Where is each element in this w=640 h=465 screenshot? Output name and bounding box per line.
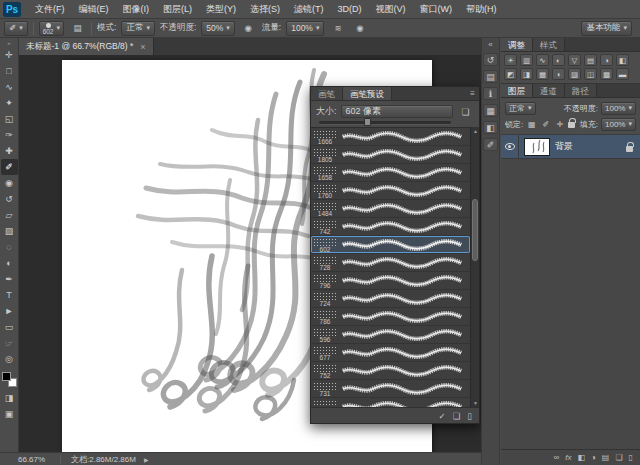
- layer-effects-icon[interactable]: fx: [565, 453, 571, 462]
- marquee-tool[interactable]: □: [1, 63, 18, 79]
- brush-panel-icon[interactable]: ✐: [483, 138, 498, 151]
- layer-fill-dropdown[interactable]: 100% ▾: [601, 118, 636, 131]
- color-swatches[interactable]: [2, 372, 17, 387]
- brush-preset-row[interactable]: 1658: [311, 164, 470, 182]
- expand-panels-icon[interactable]: «: [488, 40, 492, 49]
- delete-brush-icon[interactable]: ▯: [467, 411, 472, 421]
- levels-icon[interactable]: ▥: [520, 54, 533, 66]
- pressure-opacity-icon[interactable]: ◉: [240, 21, 257, 36]
- dodge-tool[interactable]: ◐: [1, 255, 18, 271]
- hand-tool[interactable]: ☞: [1, 335, 18, 351]
- stroke-preview-toggle-icon[interactable]: ✓: [439, 411, 446, 421]
- toggle-brush-panel-icon[interactable]: ▤: [69, 21, 86, 36]
- gradient-map-icon[interactable]: ▩: [600, 68, 613, 80]
- invert-icon[interactable]: ◖: [552, 68, 565, 80]
- layer-blend-mode-dropdown[interactable]: 正常 ▾: [505, 102, 536, 115]
- tab-adjustments[interactable]: 调整: [501, 38, 533, 51]
- brush-list-scrollbar[interactable]: ▲ ▼: [470, 127, 479, 407]
- menu-edit[interactable]: 编辑(E): [72, 0, 116, 19]
- brush-preset-row[interactable]: 596: [311, 326, 470, 344]
- opacity-dropdown[interactable]: 50% ▾: [201, 21, 235, 36]
- move-tool[interactable]: ✛: [1, 47, 18, 63]
- channel-mixer-icon[interactable]: ◨: [520, 68, 533, 80]
- black-white-icon[interactable]: ◧: [616, 54, 629, 66]
- layer-group-icon[interactable]: ▤: [602, 453, 610, 462]
- brush-preset-row[interactable]: 796: [311, 272, 470, 290]
- color-balance-icon[interactable]: ◑: [600, 54, 613, 66]
- color-panel-icon[interactable]: ▦: [483, 104, 498, 117]
- lasso-tool[interactable]: ∿: [1, 79, 18, 95]
- threshold-icon[interactable]: ◫: [584, 68, 597, 80]
- lock-pixels-icon[interactable]: ✐: [540, 118, 551, 130]
- brush-preset-row[interactable]: 677: [311, 344, 470, 362]
- screen-mode-button[interactable]: ▣: [1, 406, 18, 422]
- close-icon[interactable]: ×: [140, 42, 145, 52]
- brush-preset-row[interactable]: 724: [311, 290, 470, 308]
- menu-3d[interactable]: 3D(D): [331, 0, 369, 19]
- menu-help[interactable]: 帮助(H): [459, 0, 504, 19]
- status-options-icon[interactable]: ▶: [144, 456, 149, 463]
- brush-preset-row[interactable]: 742: [311, 218, 470, 236]
- eraser-tool[interactable]: ▱: [1, 207, 18, 223]
- brush-preset-row[interactable]: 752: [311, 362, 470, 380]
- blur-tool[interactable]: ◌: [1, 239, 18, 255]
- path-select-tool[interactable]: ►: [1, 303, 18, 319]
- menu-select[interactable]: 选择(S): [243, 0, 287, 19]
- menu-filter[interactable]: 滤镜(T): [287, 0, 331, 19]
- eyedropper-tool[interactable]: ✑: [1, 127, 18, 143]
- clone-stamp-tool[interactable]: ◉: [1, 175, 18, 191]
- menu-image[interactable]: 图像(I): [116, 0, 157, 19]
- lock-position-icon[interactable]: ✛: [554, 118, 565, 130]
- history-brush-tool[interactable]: ↺: [1, 191, 18, 207]
- menu-view[interactable]: 视图(V): [369, 0, 413, 19]
- tab-channels[interactable]: 通道: [533, 84, 565, 97]
- scroll-up-icon[interactable]: ▲: [471, 128, 480, 134]
- layer-mask-icon[interactable]: ◧: [577, 453, 585, 462]
- color-lookup-icon[interactable]: ▦: [536, 68, 549, 80]
- tab-brush[interactable]: 画笔: [311, 87, 343, 100]
- zoom-tool[interactable]: ◎: [1, 351, 18, 367]
- eye-icon[interactable]: [505, 143, 515, 150]
- menu-file[interactable]: 文件(F): [28, 0, 72, 19]
- delete-layer-icon[interactable]: ▯: [629, 453, 633, 462]
- history-panel-icon[interactable]: ↺: [483, 53, 498, 66]
- foreground-color-swatch[interactable]: [2, 372, 11, 381]
- visibility-cell[interactable]: [501, 135, 519, 159]
- document-tab[interactable]: 未标题-1 @ 66.7%(RGB/8) * ×: [19, 38, 154, 55]
- type-tool[interactable]: T: [1, 287, 18, 303]
- quick-select-tool[interactable]: ✦: [1, 95, 18, 111]
- healing-brush-tool[interactable]: ✚: [1, 143, 18, 159]
- new-from-brush-icon[interactable]: ❏: [457, 104, 474, 119]
- workspace-switcher[interactable]: 基本功能 ▾: [581, 21, 632, 36]
- scroll-down-icon[interactable]: ▼: [471, 400, 480, 406]
- properties-panel-icon[interactable]: ▤: [483, 70, 498, 83]
- vibrance-icon[interactable]: ▽: [568, 54, 581, 66]
- tab-paths[interactable]: 路径: [565, 84, 597, 97]
- posterize-icon[interactable]: ▨: [568, 68, 581, 80]
- menu-type[interactable]: 类型(Y): [199, 0, 243, 19]
- quick-mask-button[interactable]: ◨: [1, 390, 18, 406]
- brush-preset-row[interactable]: 1484: [311, 200, 470, 218]
- tool-preset-picker[interactable]: ✐ ▾: [4, 21, 28, 36]
- curves-icon[interactable]: ∿: [536, 54, 549, 66]
- adjustment-layer-icon[interactable]: ◑: [591, 453, 596, 462]
- size-slider[interactable]: [319, 121, 451, 124]
- pressure-size-icon[interactable]: ◉: [351, 21, 368, 36]
- brush-preset-row[interactable]: 1666: [311, 128, 470, 146]
- brightness-contrast-icon[interactable]: ☀: [504, 54, 517, 66]
- brush-preset-row[interactable]: 1805: [311, 146, 470, 164]
- tab-brush-presets[interactable]: 画笔预设: [343, 87, 392, 100]
- flow-dropdown[interactable]: 100% ▾: [286, 21, 324, 36]
- brush-preset-row[interactable]: 731: [311, 380, 470, 398]
- airbrush-icon[interactable]: ≋: [329, 21, 346, 36]
- brush-preset-row-selected[interactable]: 602: [311, 236, 470, 254]
- size-field[interactable]: 602 像素: [341, 105, 453, 118]
- lock-transparency-icon[interactable]: ▦: [526, 118, 537, 130]
- crop-tool[interactable]: ◱: [1, 111, 18, 127]
- selective-color-icon[interactable]: ▬: [616, 68, 629, 80]
- tab-layers[interactable]: 图层: [501, 84, 533, 97]
- toolbar-grip[interactable]: »: [7, 39, 10, 47]
- layer-thumbnail[interactable]: [524, 138, 550, 156]
- scrollbar-thumb[interactable]: [472, 199, 478, 261]
- new-brush-icon[interactable]: ❏: [453, 411, 461, 421]
